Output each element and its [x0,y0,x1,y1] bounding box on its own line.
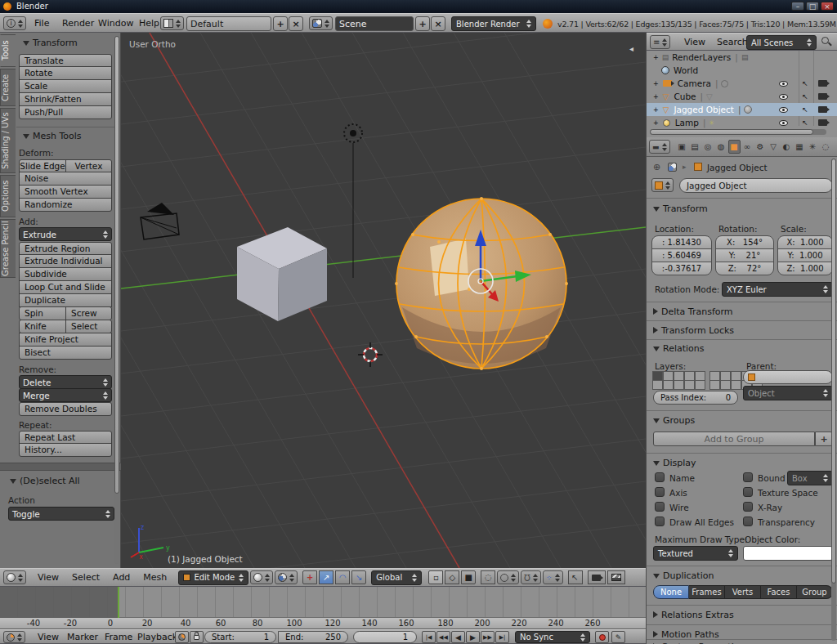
outliner-hscrollbar[interactable] [650,129,826,135]
subdivide-button[interactable]: Subdivide [19,267,112,281]
visibility-eye-icon[interactable] [779,107,788,113]
viewport-editor-selector[interactable] [3,570,26,584]
outliner-row-lamp[interactable]: + Lamp | ✳ ↖ [647,116,837,129]
bound-type-selector[interactable]: Box [787,471,833,485]
vp-menu-view[interactable]: View [34,572,62,583]
select-mode-face-button[interactable]: ■ [461,570,476,584]
editor-type-selector[interactable]: i [3,16,26,30]
wire-checkbox[interactable] [655,502,665,512]
tab-scene-icon[interactable]: ◎ [702,140,714,154]
tab-render-layers-icon[interactable]: ▤ [689,140,701,154]
jump-to-start-button[interactable]: |◀ [422,631,436,643]
transparency-checkbox[interactable] [743,517,753,526]
panel-groups[interactable]: Groups [653,415,695,426]
add-layout-button[interactable]: + [273,16,288,31]
dup-group-button[interactable]: Group [797,585,833,599]
opengl-render-anim-button[interactable] [607,570,625,584]
rotation-mode-selector[interactable]: XYZ Euler [722,282,833,297]
dup-faces-button[interactable]: Faces [761,585,797,599]
panel-relations-extras[interactable]: Relations Extras [653,610,734,620]
record-button[interactable] [595,631,609,643]
spin-button[interactable]: Spin [19,306,66,320]
proportional-edit-selector[interactable] [497,570,519,584]
expand-icon[interactable]: + [653,106,659,114]
renderability-camera-icon[interactable] [818,93,827,100]
play-button[interactable]: ▶ [466,631,480,643]
snap-peel-button[interactable]: ↖ [568,570,583,584]
transform-manipulator[interactable] [432,217,546,315]
knife-button[interactable]: Knife [19,320,66,333]
panel-duplication[interactable]: Duplication [653,570,714,581]
outliner-row-world[interactable]: World [647,64,837,77]
play-reverse-button[interactable]: ◀ [451,631,465,643]
close-button[interactable]: × [821,2,834,11]
lamp-object[interactable] [338,119,371,282]
search-icon[interactable] [821,37,829,44]
parent-field[interactable] [743,370,833,384]
visibility-eye-icon[interactable] [779,94,788,100]
manipulator-scale-button[interactable]: ↘ [351,570,366,584]
shelf-tab-create[interactable]: Create [0,69,16,106]
tl-menu-playback[interactable]: Playback [134,632,181,642]
tl-menu-marker[interactable]: Marker [64,632,101,642]
push-pull-button[interactable]: Push/Pull [19,105,112,119]
knife-select-button[interactable]: Select [65,320,112,333]
dup-verts-button[interactable]: Verts [725,585,761,599]
next-keyframe-button[interactable]: ▶▶ [481,631,495,643]
current-frame-field[interactable]: 1 [353,631,417,643]
texture-space-checkbox[interactable] [743,487,753,497]
noise-button[interactable]: Noise [19,172,112,186]
expand-icon[interactable]: + [653,119,659,127]
tl-menu-frame[interactable]: Frame [101,632,136,642]
menu-file[interactable]: File [31,18,52,29]
extrude-individual-button[interactable]: Extrude Individual [19,254,112,268]
manipulator-toggle-button[interactable]: + [302,570,317,584]
layers-grid-left[interactable] [653,372,706,390]
loop-cut-button[interactable]: Loop Cut and Slide [19,280,112,294]
expand-icon[interactable]: + [653,80,659,87]
bisect-button[interactable]: Bisect [19,346,112,360]
snap-element-selector[interactable]: ⁘ [543,570,563,584]
panel-transform-locks[interactable]: Transform Locks [653,325,734,336]
scale-y-field[interactable]: Y: 1.000 [777,248,833,262]
tab-modifiers-icon[interactable]: ⚙ [754,140,767,154]
object-name-field[interactable]: Jagged Object [679,178,833,193]
jump-to-end-button[interactable]: ▶| [495,631,509,643]
dup-none-button[interactable]: None [653,585,689,599]
axis-checkbox[interactable] [655,487,665,497]
scenes-filter-selector[interactable]: All Scenes [746,35,817,50]
orientation-selector[interactable]: Global [371,570,422,585]
merge-dropdown[interactable]: Merge [19,388,112,402]
randomize-button[interactable]: Randomize [19,198,112,212]
scale-z-field[interactable]: Z: 1.000 [777,262,833,275]
prev-keyframe-button[interactable]: ◀◀ [436,631,450,643]
vp-menu-mesh[interactable]: Mesh [140,572,170,583]
rotation-y-field[interactable]: Y: 21° [715,248,774,262]
shelf-tab-shading-uvs[interactable]: Shading / UVs [0,108,16,173]
scene-selector[interactable]: Scene [335,16,414,31]
panel-delta-transform[interactable]: Delta Transform [653,306,733,317]
selectability-cursor-icon[interactable]: ↖ [802,79,808,87]
selectability-cursor-icon[interactable]: ↖ [802,105,808,114]
scale-button[interactable]: Scale [19,79,112,93]
panel-relations[interactable]: Relations [653,343,705,354]
panel-meshtools-header[interactable]: Mesh Tools [23,131,82,141]
screen-layout-selector[interactable]: Default [186,16,271,31]
expand-icon[interactable]: + [653,54,659,61]
object-id-icon-box[interactable] [651,178,674,192]
remove-doubles-button[interactable]: Remove Doubles [19,402,112,416]
tab-world-icon[interactable]: ◍ [715,140,727,154]
end-frame-field[interactable]: End:250 [278,631,348,643]
visibility-eye-icon[interactable] [779,120,788,126]
outliner-row-jagged-object[interactable]: + ▽ Jagged Object | ↖ [647,103,837,116]
snap-selector[interactable]: Ω [521,570,541,584]
extrude-dropdown[interactable]: Extrude [19,227,112,241]
auto-keyframe-button[interactable]: ✎ [611,631,625,643]
close-layout-button[interactable]: × [289,16,303,31]
timeline-editor-selector[interactable] [3,631,25,643]
tab-texture-icon[interactable]: ▦ [794,140,806,154]
menu-window[interactable]: Window [95,18,137,29]
opengl-render-button[interactable] [588,570,606,584]
manipulator-rotate-button[interactable]: ◠ [335,570,350,584]
tab-object-data-icon[interactable]: ▽ [768,140,780,154]
